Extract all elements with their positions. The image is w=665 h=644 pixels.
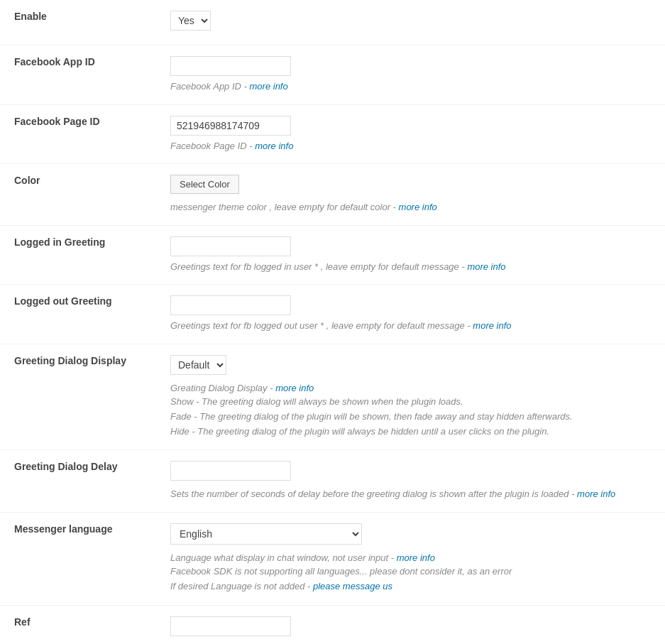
facebook-app-id-row: Facebook App ID Facebook App ID - more i… (0, 45, 665, 105)
facebook-page-id-input[interactable] (170, 116, 291, 136)
color-label: Color (14, 175, 40, 186)
facebook-page-id-label: Facebook Page ID (14, 116, 100, 127)
enable-row: Enable Yes No (0, 0, 665, 45)
facebook-app-id-more-info-link[interactable]: more info (250, 81, 288, 92)
greeting-dialog-display-hint: Greating Dialog Display - more info Show… (170, 381, 651, 440)
logged-in-greeting-label: Logged in Greeting (14, 236, 105, 248)
messenger-language-message-us-link[interactable]: please message us (313, 581, 392, 591)
logged-out-greeting-row: Logged out Greeting Greetings text for f… (0, 285, 665, 344)
facebook-app-id-input[interactable] (170, 56, 291, 76)
greeting-dialog-delay-input[interactable] (170, 461, 291, 481)
greeting-dialog-delay-label: Greeting Dialog Delay (14, 461, 117, 472)
messenger-language-hint-message: If desired Language is not added - pleas… (170, 579, 651, 594)
greeting-dialog-delay-row: Greeting Dialog Delay Sets the number of… (0, 450, 665, 513)
ref-input[interactable] (170, 616, 291, 636)
logged-out-greeting-label: Logged out Greeting (14, 295, 112, 307)
greeting-dialog-display-row: Greeting Dialog Display Default Show Fad… (0, 344, 665, 450)
logged-in-greeting-hint: Greetings text for fb logged in user * ,… (170, 260, 651, 274)
greeting-dialog-delay-more-info-link[interactable]: more info (577, 489, 615, 499)
logged-in-greeting-row: Logged in Greeting Greetings text for fb… (0, 225, 665, 285)
messenger-language-select[interactable]: English Spanish French German Portuguese… (170, 523, 362, 545)
enable-label: Enable (14, 11, 47, 22)
color-hint: messenger theme color , leave empty for … (170, 200, 651, 214)
color-more-info-link[interactable]: more info (399, 202, 437, 212)
facebook-app-id-hint: Facebook App ID - more info (170, 80, 651, 94)
messenger-language-hint: Language what display in chat window, no… (170, 551, 651, 594)
facebook-page-id-more-info-link[interactable]: more info (255, 141, 293, 151)
logged-out-greeting-hint: Greetings text for fb logged out user * … (170, 319, 651, 333)
greeting-dialog-display-hint-hide: Hide - The greeting dialog of the plugin… (170, 425, 651, 440)
messenger-language-more-info-link[interactable]: more info (397, 552, 435, 563)
logged-in-greeting-input[interactable] (170, 236, 291, 256)
ref-row: Ref (0, 605, 665, 644)
messenger-language-row: Messenger language English Spanish Frenc… (0, 512, 665, 605)
messenger-language-label: Messenger language (14, 523, 113, 535)
facebook-page-id-row: Facebook Page ID Facebook Page ID - more… (0, 104, 665, 164)
facebook-app-id-label: Facebook App ID (14, 56, 95, 67)
logged-in-greeting-more-info-link[interactable]: more info (467, 261, 505, 272)
ref-label: Ref (14, 616, 31, 628)
enable-select[interactable]: Yes No (170, 11, 211, 31)
greeting-dialog-display-label: Greeting Dialog Display (14, 355, 126, 366)
facebook-page-id-hint: Facebook Page ID - more info (170, 139, 651, 153)
logged-out-greeting-more-info-link[interactable]: more info (473, 320, 511, 331)
select-color-button[interactable]: Select Color (170, 175, 239, 194)
greeting-dialog-delay-hint: Sets the number of seconds of delay befo… (170, 487, 651, 501)
logged-out-greeting-input[interactable] (170, 295, 291, 315)
greeting-dialog-display-select[interactable]: Default Show Fade Hide (170, 355, 226, 375)
color-row: Color Select Color messenger theme color… (0, 164, 665, 226)
greeting-dialog-display-more-info-link[interactable]: more info (275, 383, 314, 393)
messenger-language-hint-sdk: Facebook SDK is not supporting all langu… (170, 564, 651, 579)
greeting-dialog-display-hint-fade: Fade - The greeting dialog of the plugin… (170, 410, 651, 425)
greeting-dialog-display-hint-show: Show - The greeting dialog will always b… (170, 395, 651, 410)
